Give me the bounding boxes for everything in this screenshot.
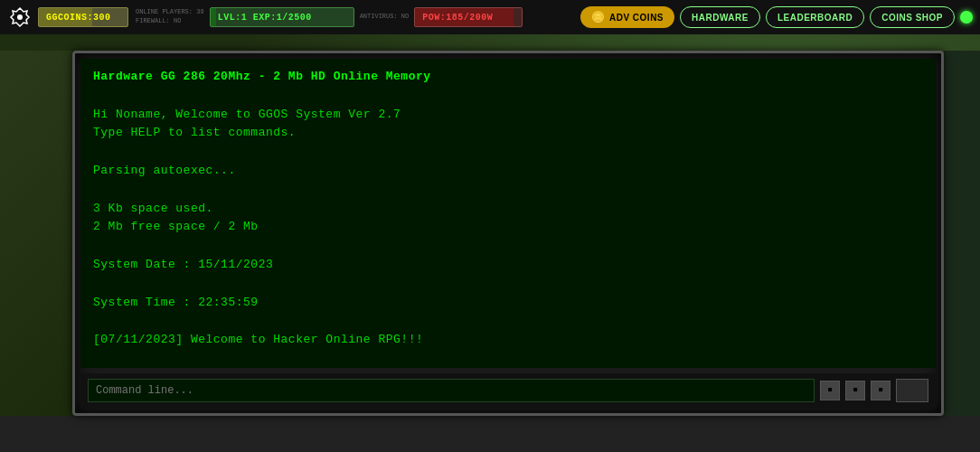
leaderboard-button[interactable]: LEADERBOARD xyxy=(766,6,864,28)
terminal-line xyxy=(93,350,923,368)
terminal-line: System Date : 15/11/2023 xyxy=(93,256,923,275)
terminal-line: 2 Mb free space / 2 Mb xyxy=(93,218,923,237)
exp-label: LVL:1 EXP:1/2500 xyxy=(218,13,312,23)
terminal-screen: Hardware GG 286 20Mhz - 2 Mb HD Online M… xyxy=(80,59,936,368)
coins-shop-button[interactable]: COINS SHOP xyxy=(870,6,955,28)
logo-icon xyxy=(7,5,33,30)
terminal-btn-lg[interactable] xyxy=(896,379,928,402)
terminal-line: Hardware GG 286 20Mhz - 2 Mb HD Online M… xyxy=(93,68,923,87)
terminal-line xyxy=(93,275,923,294)
terminal-line xyxy=(93,143,923,162)
bottom-decoration xyxy=(0,416,980,452)
terminal-line: Type HELP to list commands. xyxy=(93,124,923,143)
terminal-line xyxy=(93,181,923,200)
side-decoration-right xyxy=(944,51,980,416)
hardware-button[interactable]: HARDWARE xyxy=(680,6,760,28)
online-status-dot xyxy=(960,11,973,24)
players-info: ONLINE PLAYERS: 39 xyxy=(136,8,204,17)
terminal-line: 3 Kb space used. xyxy=(93,200,923,219)
terminal-btn-3[interactable]: ▪ xyxy=(871,381,890,400)
exp-bar[interactable]: LVL:1 EXP:1/2500 xyxy=(210,7,354,27)
terminal-line xyxy=(93,237,923,256)
terminal-line: [07/11/2023] Welcome to Hacker Online RP… xyxy=(93,331,923,350)
firewall-info: FIREWALL: NO xyxy=(136,17,204,26)
pow-bar[interactable]: POW:185/200W xyxy=(414,7,523,27)
terminal-frame: Hardware GG 286 20Mhz - 2 Mb HD Online M… xyxy=(72,51,944,416)
terminal-btn-2[interactable]: ▪ xyxy=(845,381,865,400)
terminal-line xyxy=(93,312,923,331)
command-input[interactable] xyxy=(88,379,815,402)
coins-label: GGCOINS:300 xyxy=(46,13,111,23)
terminal-line: System Time : 22:35:59 xyxy=(93,294,923,313)
terminal-input-area: ▪ ▪ ▪ xyxy=(80,373,936,408)
topbar: GGCOINS:300 ONLINE PLAYERS: 39 FIREWALL:… xyxy=(0,0,980,34)
terminal-line xyxy=(93,87,923,106)
terminal-btn-1[interactable]: ▪ xyxy=(820,381,840,400)
side-decoration-left xyxy=(0,51,72,416)
adv-coins-button[interactable]: 🪙 ADV COINS xyxy=(580,6,674,28)
pow-label: POW:185/200W xyxy=(422,13,493,23)
coins-bar[interactable]: GGCOINS:300 xyxy=(38,7,128,27)
antivirus-info: ANTIVIRUS: NO xyxy=(360,13,410,20)
svg-point-0 xyxy=(17,14,23,20)
terminal-line: Hi Noname, Welcome to GGOS System Ver 2.… xyxy=(93,106,923,125)
terminal-line: Parsing autoexec... xyxy=(93,162,923,181)
